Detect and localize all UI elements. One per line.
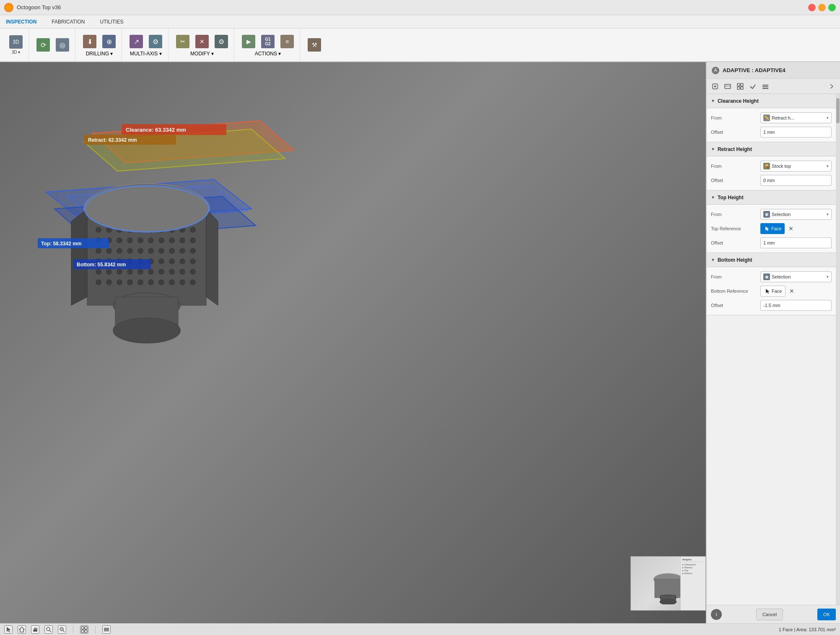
toolbar-act-btn2[interactable]: G1G2	[259, 33, 277, 50]
svg-point-56	[169, 258, 175, 264]
panel-tool-btn-1[interactable]	[709, 81, 721, 92]
svg-point-34	[148, 237, 154, 243]
svg-rect-119	[81, 627, 84, 629]
clearance-offset-input[interactable]	[760, 127, 832, 138]
svg-point-35	[158, 237, 164, 243]
status-hand-btn[interactable]	[31, 625, 39, 634]
chevron-down-icon-2: ▼	[711, 147, 715, 151]
scrollbar-thumb[interactable]	[836, 98, 840, 123]
bottom-from-dropdown[interactable]: ▣ Selection ▾	[760, 271, 832, 282]
status-zoom-btn[interactable]	[44, 625, 53, 634]
toolbar-group-3d: 3D 3D ▾	[3, 29, 29, 61]
dropdown-arrow-icon-4: ▾	[827, 275, 829, 279]
menu-fabrication[interactable]: FABRICATION	[49, 17, 87, 26]
app-logo	[4, 3, 13, 12]
toolbar-drill-btn2[interactable]: ⊕	[100, 33, 118, 50]
svg-point-72	[127, 279, 133, 285]
svg-point-57	[179, 258, 185, 264]
svg-text:Clearance: 63.3342 mm: Clearance: 63.3342 mm	[126, 127, 186, 133]
section-top-header[interactable]: ▼ Top Height	[707, 190, 836, 205]
minimize-btn[interactable]	[818, 4, 826, 11]
svg-point-46	[169, 248, 175, 254]
cursor-status-icon	[5, 626, 12, 633]
svg-point-64	[148, 269, 154, 275]
status-divider-2	[95, 626, 96, 633]
menu-inspection[interactable]: INSPECTION	[3, 17, 39, 26]
top-offset-input[interactable]	[760, 237, 832, 248]
panel-scrollbar[interactable]	[836, 94, 840, 605]
retract-from-dropdown[interactable]: 📦 Stock top ▾	[760, 161, 832, 172]
toolbar-act-btn1[interactable]: ▶	[239, 33, 258, 50]
section-top-height: ▼ Top Height From ▣ Selection ▾	[707, 190, 836, 253]
status-home-btn[interactable]	[18, 625, 26, 634]
cursor-icon-top	[764, 226, 770, 232]
top-offset-control	[760, 237, 832, 248]
clearance-from-dropdown[interactable]: 📏 Retract h... ▾	[760, 112, 832, 123]
section-retract-header[interactable]: ▼ Retract Height	[707, 142, 836, 156]
svg-point-31	[117, 237, 122, 243]
toolbar-mod-btn1[interactable]: ✂	[174, 33, 192, 50]
panel-tool-btn-4[interactable]	[747, 81, 759, 92]
svg-point-114	[47, 627, 50, 631]
close-btn[interactable]	[808, 4, 816, 11]
clearance-from-row: From 📏 Retract h... ▾	[707, 111, 836, 125]
toolbar-mod-btn3[interactable]: ⚙	[212, 33, 231, 50]
svg-rect-100	[725, 84, 731, 88]
bottom-reference-clear-btn[interactable]: ✕	[787, 286, 796, 296]
panel-tool-btn-5[interactable]	[760, 81, 771, 92]
toolbar-ma-btn2[interactable]: ⚙	[146, 33, 165, 50]
toolbar-mod-btn2[interactable]: ✕	[193, 33, 211, 50]
bottom-offset-label: Offset	[711, 303, 757, 308]
svg-rect-104	[737, 87, 740, 89]
menu-utilities[interactable]: UTILITIES	[97, 17, 126, 26]
hand-icon	[32, 626, 39, 633]
toolbar-3d-button[interactable]: 3D 3D ▾	[7, 34, 25, 56]
svg-point-44	[148, 248, 154, 254]
toolbar-turn-btn2[interactable]: ◎	[53, 36, 72, 53]
cancel-button[interactable]: Cancel	[756, 609, 783, 620]
status-cursor-btn[interactable]	[4, 625, 13, 634]
top-from-row: From ▣ Selection ▾	[707, 207, 836, 221]
viewport[interactable]: Clearance: 63.3342 mm Retract: 62.3342 m…	[0, 62, 706, 623]
top-body: From ▣ Selection ▾ Top Refere	[707, 205, 836, 252]
toolbar-ma-btn1[interactable]: ↗	[127, 33, 145, 50]
status-layer-btn[interactable]	[102, 625, 111, 634]
toolbar-group-drilling: ⬇ ⊕ DRILLING ▾	[77, 29, 122, 61]
bottom-offset-input[interactable]	[760, 300, 832, 311]
toolbar-turn-btn1[interactable]: ⟳	[34, 36, 52, 53]
top-face-button[interactable]: Face	[760, 223, 785, 234]
viewport-background: Clearance: 63.3342 mm Retract: 62.3342 m…	[0, 62, 706, 623]
list-icon: ≡	[280, 35, 294, 48]
status-zoomfit-btn[interactable]	[58, 625, 66, 634]
bottom-face-button[interactable]: Face	[760, 286, 786, 297]
toolbar-machine-btn[interactable]: ⚒	[305, 36, 324, 53]
section-retract-title: Retract Height	[718, 146, 752, 152]
retract-offset-input[interactable]	[760, 175, 832, 186]
toolbar-group-turning: ⟳ ◎	[31, 29, 75, 61]
info-icon: i	[711, 609, 722, 620]
svg-point-73	[137, 279, 143, 285]
section-top-title: Top Height	[718, 195, 744, 200]
clearance-from-control: 📏 Retract h... ▾	[760, 112, 832, 123]
machine-icon: ⚒	[308, 38, 321, 52]
section-clearance-header[interactable]: ▼ Clearance Height	[707, 94, 836, 108]
svg-point-62	[127, 269, 133, 275]
top-from-dropdown[interactable]: ▣ Selection ▾	[760, 209, 832, 220]
toolbar-drill-btn1[interactable]: ⬇	[80, 33, 99, 50]
ok-button[interactable]: OK	[817, 609, 836, 620]
svg-point-55	[158, 258, 164, 264]
maximize-btn[interactable]	[828, 4, 836, 11]
panel-tool-btn-3[interactable]	[734, 81, 746, 92]
svg-point-78	[190, 279, 196, 285]
dropdown-arrow-icon-2: ▾	[827, 164, 829, 168]
bottom-from-value: Selection	[772, 274, 825, 279]
top-reference-clear-btn[interactable]: ✕	[786, 224, 796, 233]
panel-tool-btn-expand[interactable]	[826, 81, 837, 92]
toolbar-act-btn3[interactable]: ≡	[278, 33, 296, 50]
status-face-info: 1 Face | Area: 133.701 mm²	[779, 627, 836, 632]
section-bottom-header[interactable]: ▼ Bottom Height	[707, 253, 836, 267]
panel-tool-btn-2[interactable]	[722, 81, 734, 92]
status-view-btn[interactable]	[80, 625, 88, 634]
svg-rect-125	[104, 630, 109, 631]
svg-rect-121	[81, 630, 84, 632]
